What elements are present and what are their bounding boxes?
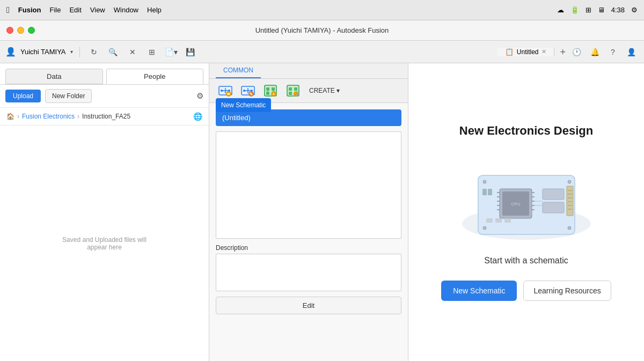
refresh-button[interactable]: ↻: [86, 45, 101, 60]
history-button[interactable]: 🕐: [569, 45, 584, 60]
untitled-tab[interactable]: 📋 Untitled ✕: [497, 48, 555, 56]
new-pcb-icon-btn[interactable]: +: [261, 82, 280, 99]
apple-menu[interactable]: : [6, 5, 10, 15]
new-schematic-icon-btn[interactable]: New Schematic: [216, 82, 235, 99]
svg-rect-42: [543, 189, 564, 200]
breadcrumb-fusion-electronics[interactable]: Fusion Electronics: [22, 113, 75, 120]
svg-text:✎: ✎: [250, 92, 253, 96]
svg-rect-24: [289, 92, 292, 95]
svg-rect-53: [486, 218, 493, 223]
pcb-illustration: CPU: [457, 149, 596, 245]
breadcrumb: 🏠 › Fusion Electronics › Instruction_FA2…: [0, 108, 209, 126]
empty-state: Saved and Uploaded files willappear here: [0, 126, 209, 361]
file-row[interactable]: (Untitled): [216, 109, 401, 126]
settings-button[interactable]: ⚙: [196, 91, 203, 101]
svg-rect-22: [289, 87, 292, 91]
action-row: Upload New Folder ⚙: [0, 85, 209, 108]
schematic-icon-2: ✎: [240, 83, 255, 98]
help-button[interactable]: ?: [605, 45, 620, 60]
minimize-button[interactable]: [17, 27, 24, 34]
welcome-buttons: New Schematic Learning Resources: [441, 281, 611, 301]
svg-point-8: [243, 90, 245, 92]
user-name[interactable]: Yuichi TAMIYA: [20, 48, 66, 56]
design-area: (Untitled) Description Edit: [209, 103, 408, 361]
svg-rect-23: [294, 87, 297, 91]
svg-rect-45: [488, 189, 492, 195]
view-menu[interactable]: View: [90, 6, 105, 14]
main-content: Data People Upload New Folder ⚙ 🏠 › Fusi…: [0, 63, 644, 361]
breadcrumb-sep-2: ›: [77, 113, 79, 120]
svg-rect-14: [266, 87, 269, 91]
svg-text:🔗: 🔗: [295, 92, 300, 97]
pcb-icon-1: +: [263, 83, 278, 98]
battery-icon: 🔋: [570, 6, 579, 14]
electronics-toolbar: COMMON: [209, 63, 408, 103]
edit-schematic-icon-btn[interactable]: ✎: [238, 82, 258, 99]
description-section: Description: [216, 244, 401, 291]
window-controls: [6, 27, 35, 34]
user-chevron-icon[interactable]: ▾: [70, 49, 73, 55]
new-tab-button[interactable]: +: [560, 47, 566, 57]
breadcrumb-sep-1: ›: [17, 113, 19, 120]
svg-text:+: +: [273, 92, 275, 97]
file-title: (Untitled): [222, 114, 251, 122]
left-panel: Data People Upload New Folder ⚙ 🏠 › Fusi…: [0, 63, 209, 361]
svg-point-59: [568, 226, 571, 230]
app-menu[interactable]: Fusion: [18, 6, 41, 14]
search-button[interactable]: 🔍: [106, 45, 121, 60]
home-icon[interactable]: 🏠: [6, 113, 14, 120]
electronics-tabs: COMMON: [209, 63, 408, 79]
learning-resources-button[interactable]: Learning Resources: [523, 281, 611, 301]
close-search-button[interactable]: ✕: [125, 45, 140, 60]
svg-rect-15: [272, 87, 275, 91]
toolbar-separator: [79, 47, 80, 57]
profile-button[interactable]: 👤: [624, 45, 639, 60]
window-menu[interactable]: Window: [114, 6, 138, 14]
create-label[interactable]: CREATE ▾: [309, 87, 340, 94]
tab-data[interactable]: Data: [5, 69, 103, 84]
tab-title: Untitled: [517, 48, 539, 56]
svg-rect-44: [482, 189, 487, 195]
breadcrumb-instruction-fa25: Instruction_FA25: [82, 113, 130, 120]
welcome-subtitle: Start with a schematic: [484, 256, 568, 266]
file-options-button[interactable]: 📄▾: [164, 45, 179, 60]
title-bar: Untitled (Yuichi TAMIYA) - Autodesk Fusi…: [0, 20, 644, 41]
edit-button[interactable]: Edit: [216, 297, 401, 314]
description-textarea[interactable]: [216, 254, 401, 291]
save-button[interactable]: 💾: [183, 45, 198, 60]
notifications-button[interactable]: 🔔: [587, 45, 602, 60]
svg-point-58: [483, 226, 486, 230]
control-center-icon[interactable]: ⚙: [631, 6, 638, 14]
description-label: Description: [216, 244, 401, 252]
svg-point-2: [221, 90, 223, 92]
upload-button[interactable]: Upload: [5, 90, 41, 102]
svg-point-56: [483, 180, 486, 183]
help-menu[interactable]: Help: [147, 6, 162, 14]
welcome-title: New Electronics Design: [459, 124, 593, 138]
globe-icon: 🌐: [193, 112, 202, 121]
edit-menu[interactable]: Edit: [69, 6, 81, 14]
display-icon: 🖥: [598, 6, 605, 14]
tab-icon: 📋: [505, 48, 514, 56]
tab-close-icon[interactable]: ✕: [541, 48, 546, 55]
tab-people[interactable]: People: [106, 69, 204, 84]
icloud-icon: ☁: [557, 6, 564, 14]
edit-pcb-icon-btn[interactable]: 🔗: [283, 82, 303, 99]
schematic-icon-1: [218, 83, 233, 98]
empty-state-text: Saved and Uploaded files willappear here: [62, 236, 147, 251]
svg-text:CPU: CPU: [511, 202, 520, 207]
create-chevron-icon: ▾: [336, 87, 340, 94]
file-menu[interactable]: File: [49, 6, 61, 14]
close-button[interactable]: [6, 27, 13, 34]
tab-common[interactable]: COMMON: [216, 63, 261, 78]
svg-point-57: [568, 180, 571, 183]
maximize-button[interactable]: [28, 27, 35, 34]
grid-icon: ⊞: [586, 6, 591, 14]
design-canvas[interactable]: [216, 131, 401, 239]
data-people-tabs: Data People: [0, 63, 209, 85]
electronics-icons-row: New Schematic ✎: [209, 79, 408, 102]
new-folder-button[interactable]: New Folder: [45, 89, 92, 103]
apps-grid-button[interactable]: ⊞: [144, 45, 159, 60]
new-schematic-button[interactable]: New Schematic: [441, 281, 517, 301]
pcb-icon-2: 🔗: [286, 83, 301, 98]
